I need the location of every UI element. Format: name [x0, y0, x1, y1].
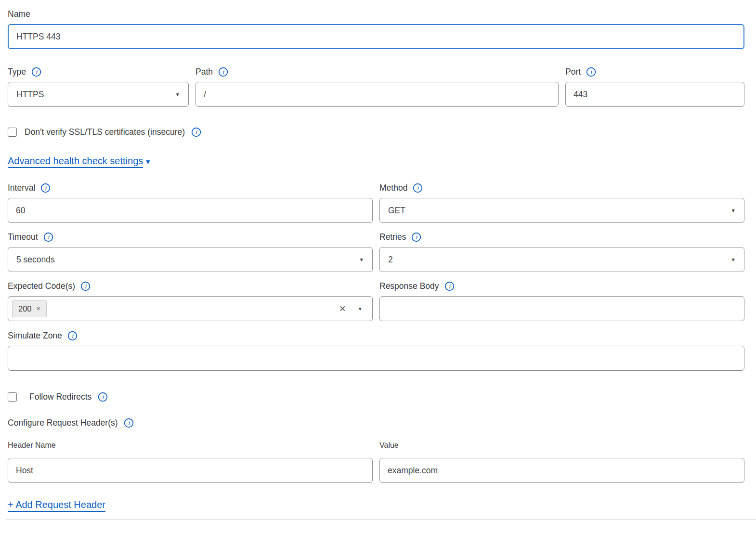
expected-codes-field-group: Expected Code(s) i 200 × ✕ ▼: [8, 281, 373, 321]
add-request-header-link[interactable]: + Add Request Header: [8, 499, 105, 512]
info-icon[interactable]: i: [40, 183, 51, 193]
path-input[interactable]: [196, 82, 559, 107]
svg-text:i: i: [45, 184, 47, 191]
request-headers-section-label: Configure Request Header(s): [8, 417, 118, 428]
type-path-port-row: Type i HTTPS ▼ Path i Port: [8, 66, 744, 107]
info-icon[interactable]: i: [191, 127, 201, 137]
expected-codes-label: Expected Code(s): [8, 281, 75, 291]
response-body-label: Response Body: [379, 281, 439, 291]
info-icon[interactable]: i: [444, 281, 455, 291]
health-check-form: Name Type i HTTPS ▼ Path i: [0, 0, 756, 520]
interval-method-row: Interval i Method i GET ▼: [8, 182, 744, 223]
response-body-input[interactable]: [379, 296, 744, 321]
type-select[interactable]: HTTPS ▼: [8, 82, 189, 107]
timeout-retries-row: Timeout i 5 seconds ▼ Retries i 2 ▼: [8, 232, 744, 272]
code-tag: 200 ×: [12, 300, 47, 317]
path-label: Path: [196, 66, 213, 77]
simulate-zone-label: Simulate Zone: [8, 330, 62, 341]
info-icon[interactable]: i: [218, 67, 228, 77]
svg-text:i: i: [590, 68, 593, 75]
advanced-settings-row: Advanced health check settings ▼: [8, 155, 744, 168]
svg-text:i: i: [222, 68, 225, 75]
interval-label: Interval: [8, 182, 35, 193]
timeout-select[interactable]: 5 seconds ▼: [8, 247, 373, 272]
name-field-group: Name: [8, 9, 744, 49]
ssl-verify-checkbox[interactable]: [8, 128, 17, 137]
name-input[interactable]: [8, 24, 744, 49]
info-icon[interactable]: i: [43, 232, 53, 242]
info-icon[interactable]: i: [586, 67, 596, 77]
chevron-down-icon[interactable]: ▼: [358, 306, 363, 312]
type-select-value: HTTPS: [16, 90, 44, 100]
response-body-field-group: Response Body i: [379, 281, 744, 321]
method-select-value: GET: [388, 206, 405, 216]
simulate-zone-field-group: Simulate Zone i: [8, 330, 744, 371]
type-label: Type: [8, 66, 26, 77]
retries-label: Retries: [379, 232, 406, 242]
info-icon[interactable]: i: [124, 418, 134, 428]
svg-text:i: i: [128, 419, 130, 426]
section-divider: [6, 520, 756, 520]
info-icon[interactable]: i: [80, 281, 91, 291]
header-value-column-label: Value: [379, 441, 744, 450]
port-label: Port: [565, 66, 581, 77]
svg-text:i: i: [85, 283, 87, 289]
chevron-down-icon: ▼: [731, 257, 736, 262]
interval-field-group: Interval i: [8, 182, 373, 223]
method-select[interactable]: GET ▼: [379, 198, 744, 223]
timeout-field-group: Timeout i 5 seconds ▼: [8, 232, 373, 272]
svg-text:i: i: [448, 283, 451, 289]
svg-text:i: i: [47, 234, 50, 240]
method-label: Method: [379, 182, 407, 193]
info-icon[interactable]: i: [31, 67, 41, 77]
port-input[interactable]: [565, 82, 744, 107]
info-icon[interactable]: i: [411, 232, 421, 242]
ssl-verify-label: Don't verify SSL/TLS certificates (insec…: [25, 127, 185, 137]
path-field-group: Path i: [196, 66, 559, 107]
timeout-label: Timeout: [8, 232, 38, 242]
method-field-group: Method i GET ▼: [379, 182, 744, 223]
follow-redirects-checkbox[interactable]: [8, 392, 17, 402]
add-header-row: + Add Request Header: [8, 499, 744, 512]
clear-all-icon[interactable]: ✕: [339, 305, 346, 313]
expected-codes-multiselect[interactable]: 200 × ✕ ▼: [8, 296, 373, 321]
header-name-input[interactable]: [8, 458, 373, 483]
follow-redirects-row: Follow Redirects i: [8, 392, 744, 402]
code-tag-value: 200: [18, 304, 32, 313]
chevron-down-icon: ▼: [359, 257, 364, 262]
header-name-field-group: Header Name: [8, 441, 373, 483]
header-value-input[interactable]: [379, 458, 744, 483]
svg-text:i: i: [417, 184, 419, 191]
chevron-down-icon: ▼: [175, 92, 180, 97]
retries-select-value: 2: [388, 255, 393, 265]
chevron-down-icon: ▼: [731, 208, 736, 213]
svg-text:i: i: [416, 234, 418, 240]
request-headers-section: Configure Request Header(s) i: [8, 417, 744, 428]
info-icon[interactable]: i: [413, 183, 423, 193]
chevron-down-icon: ▼: [144, 158, 151, 165]
header-value-field-group: Value: [379, 441, 744, 483]
svg-text:i: i: [102, 394, 104, 401]
codes-body-row: Expected Code(s) i 200 × ✕ ▼ Response Bo…: [8, 281, 744, 321]
port-field-group: Port i: [565, 66, 744, 107]
follow-redirects-label: Follow Redirects: [29, 392, 91, 402]
info-icon[interactable]: i: [67, 331, 78, 341]
svg-text:i: i: [71, 332, 74, 339]
svg-text:i: i: [196, 129, 198, 136]
name-label: Name: [8, 9, 30, 19]
request-header-row: Header Name Value: [8, 441, 744, 483]
retries-select[interactable]: 2 ▼: [379, 247, 744, 272]
remove-tag-icon[interactable]: ×: [37, 305, 40, 312]
header-name-column-label: Header Name: [8, 441, 373, 450]
ssl-verify-checkbox-row: Don't verify SSL/TLS certificates (insec…: [8, 127, 744, 137]
retries-field-group: Retries i 2 ▼: [379, 232, 744, 272]
info-icon[interactable]: i: [98, 392, 108, 402]
svg-text:i: i: [36, 68, 38, 75]
interval-input[interactable]: [8, 198, 373, 223]
type-field-group: Type i HTTPS ▼: [8, 66, 189, 107]
timeout-select-value: 5 seconds: [16, 255, 55, 265]
advanced-settings-link[interactable]: Advanced health check settings: [8, 155, 143, 168]
simulate-zone-input[interactable]: [8, 346, 744, 371]
